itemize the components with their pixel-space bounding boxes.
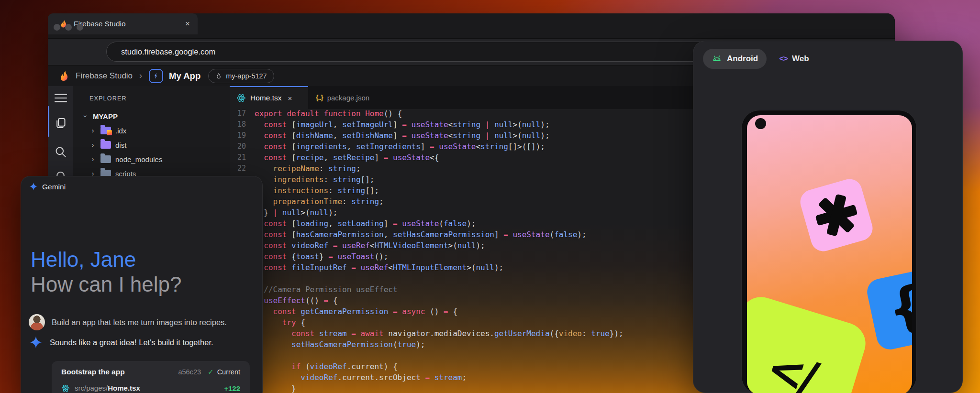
code-line: export default function Home() { [255, 109, 624, 119]
code-line: ingredients: string[]; [255, 174, 624, 185]
code-line: const videoRef = useRef<HTMLVideoElement… [255, 240, 624, 251]
tree-root[interactable]: › MYAPP [73, 109, 230, 123]
folder-icon [100, 141, 111, 149]
code-line: } [255, 383, 624, 393]
folder-icon [100, 155, 111, 163]
search-icon[interactable] [54, 145, 67, 158]
bootstrap-card[interactable]: Bootstrap the app a56c23 ✓ Current src/p… [52, 361, 250, 393]
window-control-dot[interactable] [65, 24, 72, 31]
droplet-icon [215, 73, 222, 79]
tile-asterisk [797, 176, 875, 254]
code-line: if (videoRef.current) { [255, 361, 624, 372]
address-bar-url: studio.firebase.google.com [121, 47, 215, 56]
code-line [255, 273, 624, 284]
code-line: const [dishName, setDishName] = useState… [255, 130, 624, 141]
react-icon [61, 384, 70, 393]
workspace-badge-label: my-app-5127 [226, 72, 267, 80]
window-control-dot[interactable] [77, 24, 83, 31]
tree-root-label: MYAPP [93, 112, 118, 120]
chevron-right-icon: › [89, 141, 96, 149]
tree-item--idx[interactable]: ›.idx [73, 123, 230, 138]
file-tree: › MYAPP ›.idx›dist›node_modules›scripts [73, 109, 230, 181]
code-line: const {toast} = useToast(); [255, 251, 624, 262]
firebase-logo-icon [58, 70, 70, 82]
tree-item-label: dist [115, 141, 126, 149]
react-icon [236, 93, 246, 103]
web-toggle-label: Web [792, 54, 809, 64]
tab-close-icon[interactable]: × [288, 94, 292, 102]
workspace-badge[interactable]: my-app-5127 [208, 69, 274, 83]
tree-item-node-modules[interactable]: ›node_modules [73, 152, 230, 166]
bootstrap-card-title: Bootstrap the app [61, 368, 125, 376]
code-line: const fileInputRef = useRef<HTMLInputEle… [255, 262, 624, 273]
code-line: const [hasCameraPermission, setHasCamera… [255, 229, 624, 240]
android-icon [712, 54, 722, 64]
breadcrumb-separator: › [139, 71, 142, 81]
line-number: 18 [230, 119, 246, 130]
file-path-prefix: src/pages/ [75, 384, 108, 392]
status-badge: Current [217, 368, 240, 376]
code-line: const [loading, setLoading] = useState(f… [255, 218, 624, 229]
line-number-gutter: 171819202122 [230, 109, 246, 174]
code-line: recipeName: string; [255, 163, 624, 174]
device-screen: </ { [747, 115, 912, 393]
line-number: 22 [230, 163, 246, 174]
code-line: const [recipe, setRecipe] = useState<{ [255, 152, 624, 163]
stage: Firebase Studio × ← → ↻ studio.firebase.… [0, 0, 980, 393]
file-name: Home.tsx [108, 384, 140, 392]
gemini-icon [29, 182, 38, 191]
editor-tab-packagejson-label: package.json [327, 94, 369, 102]
code-line: const [ingredients, setIngredients] = us… [255, 141, 624, 152]
gemini-panel-title: Gemini [42, 183, 66, 191]
chevron-down-icon: › [82, 113, 89, 120]
app-name[interactable]: My App [169, 71, 200, 81]
code-line: instructions: string[]; [255, 185, 624, 196]
app-icon [149, 69, 163, 83]
code-content: export default function Home() { const [… [255, 109, 624, 393]
line-number: 19 [230, 130, 246, 141]
tile-curly-brace: { [865, 267, 912, 352]
gemini-greeting: Hello, Jane How can I help? [31, 247, 182, 297]
editor-tab-home[interactable]: Home.tsx × [230, 86, 308, 109]
android-toggle-label: Android [727, 54, 758, 64]
web-toggle[interactable]: <> Web [779, 54, 809, 64]
line-number: 21 [230, 152, 246, 163]
code-line: try { [255, 317, 624, 328]
camera-punch-hole [755, 118, 766, 129]
product-name: Firebase Studio [76, 71, 133, 81]
tree-item-dist[interactable]: ›dist [73, 138, 230, 152]
assistant-message: Sounds like a great idea! Let's build it… [50, 338, 213, 347]
editor-tab-home-label: Home.tsx [250, 94, 281, 102]
preview-panel: Android <> Web </ { [693, 41, 963, 393]
browser-tab-strip: Firebase Studio × [48, 13, 895, 38]
code-line [255, 350, 624, 361]
user-message-row: Build an app that lets me turn images in… [29, 314, 227, 330]
code-line: useEffect(() ⇒ { [255, 295, 624, 306]
gemini-spark-icon [29, 335, 43, 349]
android-toggle[interactable]: Android [703, 49, 767, 69]
code-brackets-icon: <> [779, 54, 788, 64]
changed-file[interactable]: src/pages/Home.tsx [75, 384, 140, 393]
menu-icon[interactable] [55, 94, 67, 105]
asterisk-glyph [810, 188, 863, 241]
assistant-message-row: Sounds like a great idea! Let's build it… [29, 335, 213, 349]
code-line: const stream = await navigator.mediaDevi… [255, 328, 624, 339]
window-control-dot[interactable] [54, 24, 60, 31]
check-icon: ✓ [208, 368, 214, 376]
app-spark-icon [153, 72, 160, 79]
browser-tab[interactable]: Firebase Studio × [48, 13, 198, 34]
commit-hash: a56c23 [178, 368, 201, 376]
code-line: videoRef.current.srcObject = stream; [255, 372, 624, 383]
explorer-title: EXPLORER [89, 95, 127, 102]
android-device-frame: </ { [741, 110, 917, 393]
user-avatar [29, 314, 45, 330]
tree-item-label: .idx [115, 127, 126, 135]
tile-closing-tag: </ [747, 292, 871, 393]
tree-item-label: node_modules [115, 155, 162, 164]
editor-tab-packagejson[interactable]: {..} package.json [308, 86, 390, 109]
code-line: preparationTime: string; [255, 196, 624, 207]
files-icon[interactable] [54, 117, 67, 130]
tab-close-icon[interactable]: × [185, 19, 190, 29]
active-view-indicator [48, 106, 49, 137]
curly-brace-glyph: { [882, 273, 912, 342]
